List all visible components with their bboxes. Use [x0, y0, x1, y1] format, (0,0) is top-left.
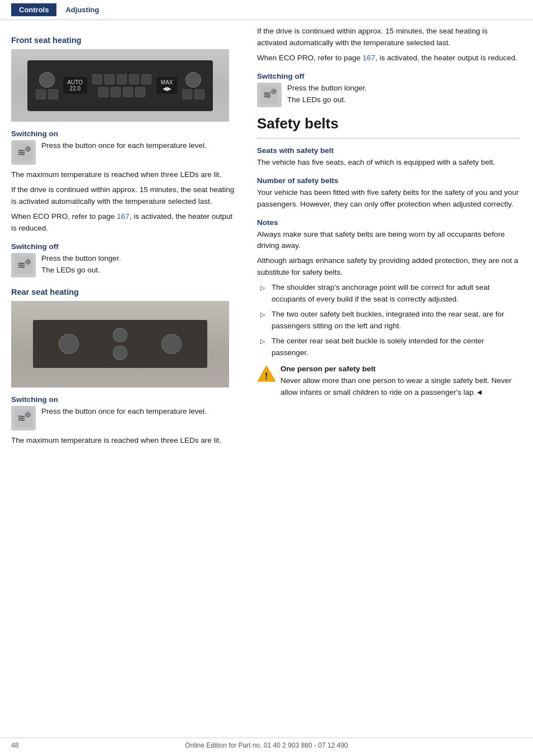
rbtn1: [182, 89, 192, 99]
tab-controls[interactable]: Controls: [11, 3, 56, 16]
header: Controls Adjusting: [0, 0, 533, 20]
number-of-belts-text: Your vehicle has been fitted with five s…: [257, 187, 520, 210]
center-btn-row1: [92, 74, 151, 84]
right-switching-off-title: Switching off: [257, 72, 520, 80]
right-switching-off-text1: Press the button longer.: [287, 83, 367, 94]
bullet-text-2: The two outer safety belt buckles, integ…: [272, 309, 520, 332]
switching-off-text-group-1: Press the button longer. The LEDs go out…: [41, 253, 121, 276]
switching-off-row-1: ≋ Press the button longer. The LEDs go o…: [11, 253, 235, 277]
cbtn7: [111, 87, 121, 97]
cbtn5: [141, 74, 151, 84]
right-p2: When ECO PRO, refer to page 167, is acti…: [257, 52, 520, 64]
warning-box: ! One person per safety belt Never allow…: [257, 365, 520, 399]
warning-svg: !: [257, 365, 276, 382]
left-dial: [39, 72, 55, 88]
bullet-arrow-2: ▷: [260, 310, 267, 319]
rear-switching-on-p1: The maximum temperature is reached when …: [11, 435, 235, 447]
rear-center-btns: [113, 328, 127, 360]
right-eco-prefix: When ECO PRO, refer to page: [257, 54, 363, 62]
eco-pro-prefix: When ECO PRO, refer to page: [11, 212, 117, 221]
number-of-belts-title: Number of safety belts: [257, 176, 520, 185]
right-control-group: [182, 72, 204, 99]
front-seat-image: AUTO22.0: [11, 49, 229, 122]
seat-heat-icon-off-1: ≋: [11, 253, 36, 277]
switching-off-text1-1: Press the button longer.: [41, 253, 121, 265]
climate-panel-img: AUTO22.0: [11, 49, 229, 122]
safety-belts-title: Safety belts: [257, 115, 520, 132]
switching-on-p3: When ECO PRO, refer to page 167, is acti…: [11, 211, 235, 235]
bullet-arrow-1: ▷: [260, 283, 267, 293]
rear-controls-panel: [33, 320, 207, 367]
rear-btn-1: [59, 334, 79, 354]
seat-heat-icon-1: ≋: [11, 140, 36, 165]
rear-seat-heat-svg: ≋: [15, 409, 32, 427]
bullet-arrow-3: ▷: [260, 337, 267, 346]
seat-heat-svg-1: ≋: [15, 143, 32, 161]
rear-seat-panel-img: [11, 301, 229, 387]
front-seat-title: Front seat heating: [11, 36, 235, 45]
bullet-item-2: ▷ The two outer safety belt buckles, int…: [260, 309, 520, 332]
main-content: Front seat heating AUTO22.0: [0, 26, 533, 450]
svg-text:≋: ≋: [263, 89, 272, 101]
right-switching-off-text2: The LEDs go out.: [287, 94, 367, 106]
btn2: [48, 89, 58, 99]
seat-heat-off-svg-1: ≋: [15, 256, 32, 274]
eco-pro-link[interactable]: 167: [117, 212, 130, 221]
svg-text:≋: ≋: [17, 260, 26, 271]
notes-title: Notes: [257, 218, 520, 227]
right-seat-heat-svg: ≋: [260, 86, 278, 104]
center-controls: [92, 74, 151, 97]
seats-with-title: Seats with safety belt: [257, 146, 520, 155]
seats-with-text: The vehicle has five seats, each of whic…: [257, 157, 520, 169]
bullet-text-1: The shoulder strap's anchorage point wil…: [272, 282, 520, 305]
rear-seat-image: [11, 301, 229, 387]
cbtn6: [98, 87, 108, 97]
right-dial: [185, 72, 201, 88]
warning-text: Never allow more than one person to wear…: [280, 375, 520, 399]
right-switching-off-row: ≋ Press the button longer. The LEDs go o…: [257, 83, 520, 107]
warning-title: One person per safety belt: [280, 365, 520, 373]
right-eco-suffix: , is activated, the heater output is red…: [375, 54, 517, 62]
cbtn9: [135, 87, 145, 97]
right-eco-link[interactable]: 167: [363, 54, 375, 62]
bullet-text-3: The center rear seat belt buckle is sole…: [272, 336, 520, 359]
rear-switching-on-text: Press the button once for each temperatu…: [41, 406, 207, 418]
bullet-item-3: ▷ The center rear seat belt buckle is so…: [260, 336, 520, 359]
svg-text:!: !: [265, 371, 268, 381]
rear-switching-on-row: ≋ Press the button once for each tempera…: [11, 406, 235, 430]
notes-text1: Always make sure that safety belts are b…: [257, 229, 520, 252]
safety-belts-divider: [257, 138, 520, 138]
bullet-list: ▷ The shoulder strap's anchorage point w…: [260, 282, 520, 359]
warning-triangle-icon: !: [257, 365, 276, 384]
footer-text: Online Edition for Part no. 01 40 2 903 …: [185, 741, 348, 749]
rbtn2: [194, 89, 204, 99]
svg-text:≋: ≋: [17, 413, 26, 424]
cbtn3: [117, 74, 127, 84]
rear-seat-heat-icon: ≋: [11, 406, 36, 430]
switching-on-p2: If the drive is continued within approx.…: [11, 184, 235, 208]
warning-content: One person per safety belt Never allow m…: [280, 365, 520, 399]
switching-on-text-1: Press the button once for each temperatu…: [41, 140, 207, 152]
svg-text:≋: ≋: [17, 147, 26, 158]
tab-adjusting[interactable]: Adjusting: [58, 3, 107, 16]
notes-text2: Although airbags enhance safety by provi…: [257, 255, 520, 279]
rear-btn-2: [113, 328, 127, 342]
rear-seat-title: Rear seat heating: [11, 288, 235, 296]
rear-btn-4: [161, 334, 182, 354]
switching-off-title-1: Switching off: [11, 242, 235, 251]
right-p1: If the drive is continued within approx.…: [257, 26, 520, 49]
climate-control-panel: AUTO22.0: [27, 60, 213, 111]
center-display: AUTO22.0: [63, 77, 88, 94]
footer-page: 48: [11, 741, 18, 749]
right-switching-off-text-group: Press the button longer. The LEDs go out…: [287, 83, 367, 106]
right-btn-row: [182, 89, 204, 99]
cbtn4: [129, 74, 139, 84]
footer: Online Edition for Part no. 01 40 2 903 …: [0, 738, 533, 749]
switching-on-p1: The maximum temperature is reached when …: [11, 169, 235, 181]
center-btn-row2: [98, 87, 145, 97]
rear-btn-3: [113, 346, 127, 360]
rear-switching-on-title: Switching on: [11, 395, 235, 404]
btn1: [36, 89, 46, 99]
bullet-item-1: ▷ The shoulder strap's anchorage point w…: [260, 282, 520, 305]
cbtn2: [104, 74, 115, 84]
